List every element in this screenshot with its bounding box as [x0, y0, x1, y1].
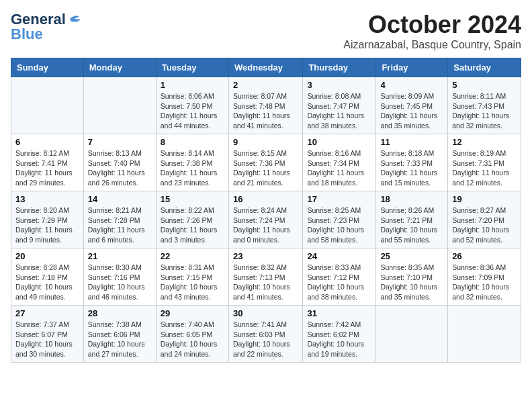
cell-info: Sunrise: 8:18 AM Sunset: 7:33 PM Dayligh… — [380, 148, 443, 188]
day-number: 14 — [88, 194, 152, 204]
day-number: 7 — [88, 137, 152, 147]
cell-info: Sunrise: 7:38 AM Sunset: 6:06 PM Dayligh… — [88, 320, 152, 359]
cell-info: Sunrise: 8:16 AM Sunset: 7:34 PM Dayligh… — [307, 148, 371, 188]
calendar-cell: 8Sunrise: 8:14 AM Sunset: 7:38 PM Daylig… — [156, 134, 228, 191]
calendar-week-row: 13Sunrise: 8:20 AM Sunset: 7:29 PM Dayli… — [11, 191, 521, 248]
calendar-cell: 29Sunrise: 7:40 AM Sunset: 6:05 PM Dayli… — [156, 306, 228, 363]
day-number: 9 — [233, 137, 298, 147]
day-number: 3 — [307, 80, 371, 90]
calendar-cell — [448, 306, 521, 363]
calendar-week-row: 27Sunrise: 7:37 AM Sunset: 6:07 PM Dayli… — [11, 306, 521, 363]
calendar-cell: 7Sunrise: 8:13 AM Sunset: 7:40 PM Daylig… — [83, 134, 156, 191]
cell-info: Sunrise: 8:19 AM Sunset: 7:31 PM Dayligh… — [452, 148, 517, 188]
cell-info: Sunrise: 8:24 AM Sunset: 7:24 PM Dayligh… — [233, 205, 298, 245]
calendar-header-thursday: Thursday — [303, 58, 376, 77]
day-number: 12 — [452, 137, 517, 147]
day-number: 1 — [161, 80, 224, 90]
calendar-cell: 24Sunrise: 8:33 AM Sunset: 7:12 PM Dayli… — [303, 248, 376, 306]
calendar-cell: 11Sunrise: 8:18 AM Sunset: 7:33 PM Dayli… — [376, 134, 448, 191]
cell-info: Sunrise: 7:40 AM Sunset: 6:05 PM Dayligh… — [161, 320, 224, 359]
cell-info: Sunrise: 8:07 AM Sunset: 7:48 PM Dayligh… — [233, 91, 298, 131]
calendar-cell: 25Sunrise: 8:35 AM Sunset: 7:10 PM Dayli… — [376, 248, 448, 306]
calendar-cell: 28Sunrise: 7:38 AM Sunset: 6:06 PM Dayli… — [83, 306, 156, 363]
day-number: 22 — [161, 251, 224, 261]
calendar-header-saturday: Saturday — [448, 58, 521, 77]
calendar-cell: 4Sunrise: 8:09 AM Sunset: 7:45 PM Daylig… — [376, 77, 448, 134]
calendar-cell: 1Sunrise: 8:06 AM Sunset: 7:50 PM Daylig… — [156, 77, 228, 134]
cell-info: Sunrise: 8:09 AM Sunset: 7:45 PM Dayligh… — [380, 91, 443, 131]
day-number: 26 — [452, 251, 517, 261]
cell-info: Sunrise: 8:25 AM Sunset: 7:23 PM Dayligh… — [307, 205, 371, 245]
day-number: 5 — [452, 80, 517, 90]
cell-info: Sunrise: 8:22 AM Sunset: 7:26 PM Dayligh… — [161, 205, 224, 245]
cell-info: Sunrise: 8:32 AM Sunset: 7:13 PM Dayligh… — [233, 263, 298, 302]
calendar-header-friday: Friday — [376, 58, 448, 77]
day-number: 8 — [161, 137, 224, 147]
day-number: 4 — [380, 80, 443, 90]
calendar-cell: 22Sunrise: 8:31 AM Sunset: 7:15 PM Dayli… — [156, 248, 228, 306]
calendar-header-monday: Monday — [83, 58, 156, 77]
calendar-cell: 14Sunrise: 8:21 AM Sunset: 7:28 PM Dayli… — [83, 191, 156, 248]
calendar-cell: 9Sunrise: 8:15 AM Sunset: 7:36 PM Daylig… — [228, 134, 302, 191]
calendar-cell: 12Sunrise: 8:19 AM Sunset: 7:31 PM Dayli… — [448, 134, 521, 191]
day-number: 29 — [161, 308, 224, 318]
cell-info: Sunrise: 8:33 AM Sunset: 7:12 PM Dayligh… — [307, 263, 371, 302]
calendar-header-row: SundayMondayTuesdayWednesdayThursdayFrid… — [11, 58, 521, 77]
calendar-cell: 10Sunrise: 8:16 AM Sunset: 7:34 PM Dayli… — [303, 134, 376, 191]
cell-info: Sunrise: 8:08 AM Sunset: 7:47 PM Dayligh… — [307, 91, 371, 131]
cell-info: Sunrise: 8:12 AM Sunset: 7:41 PM Dayligh… — [15, 148, 79, 188]
calendar-cell: 31Sunrise: 7:42 AM Sunset: 6:02 PM Dayli… — [303, 306, 376, 363]
calendar-cell: 6Sunrise: 8:12 AM Sunset: 7:41 PM Daylig… — [11, 134, 84, 191]
day-number: 19 — [452, 194, 517, 204]
cell-info: Sunrise: 8:36 AM Sunset: 7:09 PM Dayligh… — [452, 263, 517, 302]
day-number: 17 — [307, 194, 371, 204]
calendar-cell: 30Sunrise: 7:41 AM Sunset: 6:03 PM Dayli… — [228, 306, 302, 363]
day-number: 30 — [233, 308, 298, 318]
calendar-week-row: 20Sunrise: 8:28 AM Sunset: 7:18 PM Dayli… — [11, 248, 521, 306]
calendar-week-row: 1Sunrise: 8:06 AM Sunset: 7:50 PM Daylig… — [11, 77, 521, 134]
calendar-cell: 15Sunrise: 8:22 AM Sunset: 7:26 PM Dayli… — [156, 191, 228, 248]
day-number: 23 — [233, 251, 298, 261]
calendar-cell — [376, 306, 448, 363]
day-number: 27 — [15, 308, 79, 318]
cell-info: Sunrise: 8:14 AM Sunset: 7:38 PM Dayligh… — [161, 148, 224, 188]
calendar-body: 1Sunrise: 8:06 AM Sunset: 7:50 PM Daylig… — [11, 77, 521, 363]
calendar-header-sunday: Sunday — [11, 58, 84, 77]
calendar-week-row: 6Sunrise: 8:12 AM Sunset: 7:41 PM Daylig… — [11, 134, 521, 191]
cell-info: Sunrise: 8:28 AM Sunset: 7:18 PM Dayligh… — [15, 263, 79, 302]
calendar-cell: 19Sunrise: 8:27 AM Sunset: 7:20 PM Dayli… — [448, 191, 521, 248]
calendar-cell: 21Sunrise: 8:30 AM Sunset: 7:16 PM Dayli… — [83, 248, 156, 306]
month-title: October 2024 — [343, 11, 521, 39]
cell-info: Sunrise: 8:13 AM Sunset: 7:40 PM Dayligh… — [88, 148, 152, 188]
calendar-cell: 18Sunrise: 8:26 AM Sunset: 7:21 PM Dayli… — [376, 191, 448, 248]
day-number: 16 — [233, 194, 298, 204]
calendar-cell: 5Sunrise: 8:11 AM Sunset: 7:43 PM Daylig… — [448, 77, 521, 134]
calendar-header-wednesday: Wednesday — [228, 58, 302, 77]
calendar-cell: 17Sunrise: 8:25 AM Sunset: 7:23 PM Dayli… — [303, 191, 376, 248]
title-area: October 2024 Aizarnazabal, Basque Countr… — [343, 11, 521, 51]
cell-info: Sunrise: 8:20 AM Sunset: 7:29 PM Dayligh… — [15, 205, 79, 245]
day-number: 28 — [88, 308, 152, 318]
calendar-cell: 3Sunrise: 8:08 AM Sunset: 7:47 PM Daylig… — [303, 77, 376, 134]
calendar-cell: 16Sunrise: 8:24 AM Sunset: 7:24 PM Dayli… — [228, 191, 302, 248]
day-number: 6 — [15, 137, 79, 147]
calendar-cell: 26Sunrise: 8:36 AM Sunset: 7:09 PM Dayli… — [448, 248, 521, 306]
day-number: 11 — [380, 137, 443, 147]
day-number: 15 — [161, 194, 224, 204]
calendar-cell: 23Sunrise: 8:32 AM Sunset: 7:13 PM Dayli… — [228, 248, 302, 306]
day-number: 13 — [15, 194, 79, 204]
day-number: 18 — [380, 194, 443, 204]
day-number: 25 — [380, 251, 443, 261]
location-title: Aizarnazabal, Basque Country, Spain — [343, 39, 521, 51]
calendar-cell — [83, 77, 156, 134]
calendar-cell: 2Sunrise: 8:07 AM Sunset: 7:48 PM Daylig… — [228, 77, 302, 134]
logo-bird-icon — [67, 13, 82, 26]
logo: General Blue — [11, 11, 82, 43]
cell-info: Sunrise: 8:31 AM Sunset: 7:15 PM Dayligh… — [161, 263, 224, 302]
calendar-cell — [11, 77, 84, 134]
cell-info: Sunrise: 8:27 AM Sunset: 7:20 PM Dayligh… — [452, 205, 517, 245]
calendar-cell: 13Sunrise: 8:20 AM Sunset: 7:29 PM Dayli… — [11, 191, 84, 248]
day-number: 31 — [307, 308, 371, 318]
cell-info: Sunrise: 8:15 AM Sunset: 7:36 PM Dayligh… — [233, 148, 298, 188]
day-number: 2 — [233, 80, 298, 90]
